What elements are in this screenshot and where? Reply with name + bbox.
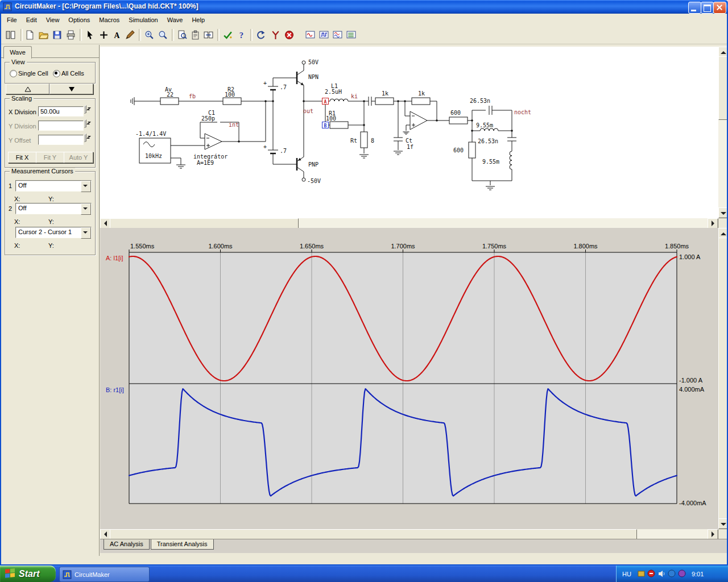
undo-button[interactable]	[254, 28, 268, 42]
tray-icon-1[interactable]	[637, 569, 646, 578]
tab-wave-label: Wave	[10, 49, 26, 56]
print-button[interactable]	[64, 28, 78, 42]
clock[interactable]: 9:01	[692, 571, 704, 577]
time-tick-label: 1.650ms	[300, 243, 324, 250]
text-tool-button[interactable]: A	[110, 28, 124, 42]
logic-trace-icon	[346, 30, 356, 40]
menu-item-view[interactable]: View	[42, 15, 64, 25]
schematic-label: 8	[371, 138, 374, 144]
language-indicator[interactable]: HU	[622, 571, 631, 577]
menu-item-wave[interactable]: Wave	[163, 15, 188, 25]
scale-up-button[interactable]	[6, 84, 49, 94]
schematic-label: 26.53n	[470, 98, 490, 104]
schematic-label: -1.4/1.4V	[135, 131, 166, 137]
view-group-title: View	[10, 59, 27, 65]
x-division-input[interactable]	[38, 106, 84, 117]
zoom-tool-button[interactable]	[142, 28, 156, 42]
tab-ac-analysis[interactable]: AC Analysis	[104, 539, 150, 550]
svg-text:A: A	[114, 31, 120, 40]
tray-icon-4[interactable]	[678, 569, 686, 578]
y-offset-spinner[interactable]	[84, 135, 92, 142]
task-button-circuitmaker[interactable]: CircuitMaker	[59, 567, 150, 582]
schematic-hscrollbar[interactable]	[100, 218, 718, 228]
menu-item-file[interactable]: File	[2, 15, 22, 25]
save-button[interactable]	[50, 28, 64, 42]
tray-icon-3[interactable]	[668, 569, 676, 578]
trace-b-ymax-label: 4.000mA	[679, 386, 705, 393]
menu-item-options[interactable]: Options	[64, 15, 94, 25]
menu-item-help[interactable]: Help	[187, 15, 209, 25]
chevron-down-icon[interactable]	[81, 181, 91, 192]
cursor1-select[interactable]: Off	[15, 180, 92, 192]
waveform-hscrollbar[interactable]	[100, 529, 718, 539]
y-division-spinner[interactable]	[84, 120, 92, 127]
radio-all-cells[interactable]	[53, 70, 60, 77]
y-offset-input[interactable]	[38, 135, 84, 145]
panel-toggle-button[interactable]	[3, 28, 18, 42]
schematic-label: 26.53n	[478, 138, 498, 144]
menu-item-simulation[interactable]: Simulation	[124, 15, 162, 25]
tab-wave[interactable]: Wave	[3, 46, 32, 59]
x-division-spinner[interactable]	[84, 106, 92, 113]
stop-button[interactable]	[282, 28, 296, 42]
maximize-icon	[704, 5, 711, 12]
split-view-icon	[204, 30, 213, 40]
check-button[interactable]	[221, 28, 235, 42]
task-label: CircuitMaker	[75, 571, 110, 578]
menu-item-edit[interactable]: Edit	[22, 15, 42, 25]
cursor2-select[interactable]: Off	[15, 203, 92, 214]
schematic-label: +	[263, 80, 267, 86]
cursor-diff-x-label: X:	[14, 242, 20, 249]
waveform-plot[interactable]: 1.550ms1.600ms1.650ms1.700ms1.750ms1.800…	[100, 228, 718, 529]
fit-y-button[interactable]: Fit Y	[36, 152, 64, 163]
schematic-canvas[interactable]: 50VNPN+.7Av22fbR2100C1250pintL12.5uHoutk…	[100, 47, 718, 218]
chevron-down-icon[interactable]	[81, 227, 91, 239]
cursor-diff-y-label: Y:	[48, 242, 54, 249]
start-button[interactable]: Start	[0, 566, 56, 582]
text-tool-icon: A	[112, 30, 122, 40]
help-icon: ?	[237, 30, 246, 40]
cursor-arrow-icon	[85, 30, 95, 40]
schematic-label: 1k	[382, 90, 388, 97]
probe-marker-b[interactable]: B	[324, 123, 327, 128]
tray-icon-2[interactable]	[647, 569, 656, 578]
waveform-window-icon	[305, 30, 315, 40]
minimize-button[interactable]	[688, 2, 701, 14]
help-button[interactable]: ?	[234, 28, 249, 42]
fit-x-button[interactable]: Fit X	[8, 152, 36, 163]
scope-button-2[interactable]	[317, 28, 331, 42]
select-tool-button[interactable]	[83, 28, 97, 42]
window-title: CircuitMaker - [C:\Program Files\...\Qua…	[15, 2, 198, 10]
wire-tool-button[interactable]	[123, 28, 137, 42]
chevron-down-icon[interactable]	[81, 203, 91, 215]
maximize-button[interactable]	[701, 2, 714, 14]
auto-y-button[interactable]: Auto Y	[64, 152, 93, 163]
tab-transient-analysis[interactable]: Transient Analysis	[151, 539, 214, 550]
schematic-label: 100	[225, 92, 235, 98]
magnify-button[interactable]	[156, 28, 170, 42]
scope-button-4[interactable]	[344, 28, 358, 42]
schematic-label: integrátor	[193, 153, 228, 160]
y-division-input[interactable]	[38, 120, 84, 131]
scale-down-button[interactable]	[49, 84, 93, 94]
split-view-button[interactable]	[201, 28, 216, 42]
search-document-icon	[177, 30, 187, 40]
clipboard-button[interactable]	[188, 28, 202, 42]
radio-single-cell[interactable]	[10, 70, 17, 77]
scope-button-3[interactable]	[330, 28, 345, 42]
search-button[interactable]	[175, 28, 189, 42]
speaker-icon[interactable]	[657, 569, 666, 578]
probe-marker-a[interactable]: A	[324, 99, 327, 105]
open-button[interactable]	[36, 28, 51, 42]
scope-button-1[interactable]	[303, 28, 317, 42]
probe-button[interactable]	[268, 28, 283, 42]
schematic-label: 1f	[407, 144, 413, 150]
place-part-button[interactable]	[97, 28, 111, 42]
cursor-diff-select[interactable]: Cursor 2 - Cursor 1	[15, 227, 92, 238]
window-titlebar[interactable]: CircuitMaker - [C:\Program Files\...\Qua…	[0, 0, 728, 14]
schematic-label: 2.5uH	[325, 89, 342, 95]
schematic-label: 100	[326, 115, 336, 122]
new-button[interactable]	[23, 28, 37, 42]
menu-item-macros[interactable]: Macros	[94, 15, 124, 25]
close-button[interactable]	[713, 2, 726, 14]
